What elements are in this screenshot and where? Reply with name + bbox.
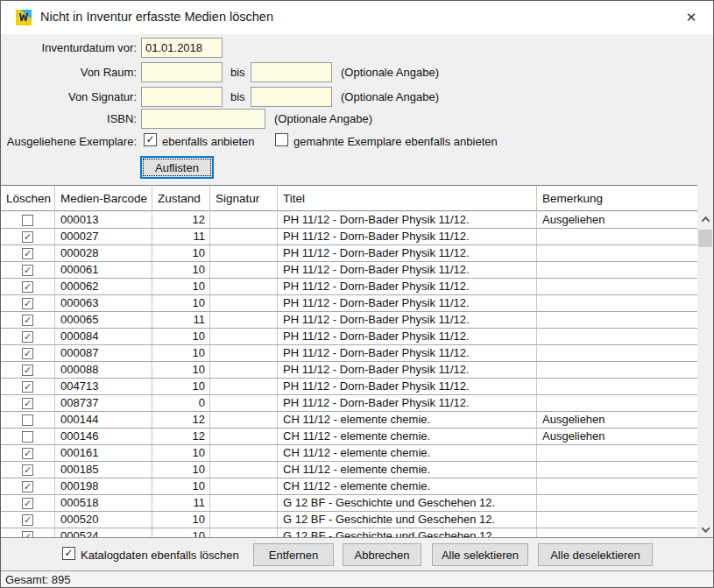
offer-reminded-checkbox[interactable]: [275, 133, 288, 146]
cell-signatur: [210, 429, 278, 444]
row-delete-checkbox[interactable]: ✓: [22, 281, 33, 293]
cell-delete: ✓: [1, 312, 55, 328]
deselect-all-button[interactable]: Alle deselektieren: [538, 543, 653, 566]
cell-zustand: 10: [152, 345, 210, 361]
cell-barcode: 000063: [55, 295, 152, 311]
close-icon[interactable]: ✕: [682, 8, 701, 27]
row-delete-checkbox[interactable]: ✓: [22, 481, 33, 492]
table-row[interactable]: 00014412CH 11/12 - elemente chemie.Ausge…: [1, 412, 697, 429]
table-row[interactable]: ✓00008810PH 11/12 - Dorn-Bader Physik 11…: [1, 362, 697, 379]
table-row[interactable]: ✓00006210PH 11/12 - Dorn-Bader Physik 11…: [1, 279, 697, 295]
select-all-button[interactable]: Alle selektieren: [432, 543, 528, 566]
cell-zustand: 10: [152, 262, 210, 278]
row-delete-checkbox[interactable]: ✓: [22, 448, 33, 459]
table-row[interactable]: 00001312PH 11/12 - Dorn-Bader Physik 11/…: [1, 212, 697, 229]
signature-bis-label: bis: [230, 90, 245, 103]
signature-from-input[interactable]: [141, 87, 223, 107]
table-row[interactable]: ✓00052010G 12 BF - Geschichte und Gesche…: [1, 512, 697, 528]
cell-barcode: 000198: [55, 478, 152, 494]
table-row[interactable]: ✓00018510CH 11/12 - elemente chemie.: [1, 462, 697, 478]
cell-titel: PH 11/12 - Dorn-Bader Physik 11/12.: [278, 262, 537, 278]
scroll-down-icon[interactable]: [697, 522, 713, 537]
delete-catalog-checkbox[interactable]: ✓: [62, 547, 75, 560]
table-row[interactable]: ✓0087370PH 11/12 - Dorn-Bader Physik 11/…: [1, 395, 697, 412]
cell-titel: CH 11/12 - elemente chemie.: [278, 445, 537, 461]
room-from-input[interactable]: [141, 62, 223, 82]
status-bar: Gesamt: 895: [1, 570, 713, 588]
room-to-input[interactable]: [251, 62, 332, 82]
cell-signatur: [210, 212, 278, 228]
table-header: Löschen Medien-Barcode Zustand Signatur …: [1, 185, 697, 211]
row-delete-checkbox[interactable]: ✓: [22, 498, 33, 509]
cell-titel: PH 11/12 - Dorn-Bader Physik 11/12.: [278, 229, 537, 244]
cell-bemerkung: [537, 262, 697, 278]
table-body: 00001312PH 11/12 - Dorn-Bader Physik 11/…: [1, 212, 697, 537]
col-header-signatur: Signatur: [210, 186, 278, 210]
cell-delete: ✓: [1, 445, 55, 461]
cell-bemerkung: [537, 345, 697, 361]
row-delete-checkbox[interactable]: ✓: [22, 348, 33, 359]
cell-bemerkung: [537, 379, 697, 394]
table-row[interactable]: ✓00019810CH 11/12 - elemente chemie.: [1, 478, 697, 495]
cell-signatur: [210, 345, 278, 361]
row-delete-checkbox[interactable]: ✓: [22, 231, 33, 243]
table-row[interactable]: 00014612CH 11/12 - elemente chemie.Ausge…: [1, 429, 697, 445]
cell-barcode: 000061: [55, 262, 152, 278]
table-row[interactable]: ✓00006511PH 11/12 - Dorn-Bader Physik 11…: [1, 312, 697, 329]
list-button[interactable]: Auflisten: [140, 156, 214, 179]
row-delete-checkbox[interactable]: ✓: [22, 365, 33, 376]
cell-bemerkung: [537, 512, 697, 528]
row-delete-checkbox[interactable]: ✓: [22, 398, 33, 409]
total-count: Gesamt: 895: [5, 573, 70, 586]
table-row[interactable]: ✓00471310PH 11/12 - Dorn-Bader Physik 11…: [1, 379, 697, 395]
room-optional-hint: (Optionale Angabe): [341, 66, 439, 79]
table-row[interactable]: ✓00008710PH 11/12 - Dorn-Bader Physik 11…: [1, 345, 697, 362]
cell-zustand: 10: [152, 245, 210, 261]
scroll-up-icon[interactable]: [697, 212, 713, 227]
table-row[interactable]: ✓00002711PH 11/12 - Dorn-Bader Physik 11…: [1, 229, 697, 245]
row-delete-checkbox[interactable]: ✓: [22, 514, 33, 526]
isbn-input[interactable]: [141, 109, 265, 129]
signature-to-input[interactable]: [251, 87, 332, 107]
row-delete-checkbox[interactable]: [22, 431, 33, 443]
table-row[interactable]: ✓00052410G 12 BF - Geschichte und Gesche…: [1, 528, 697, 537]
table-row[interactable]: ✓00006310PH 11/12 - Dorn-Bader Physik 11…: [1, 295, 697, 312]
cell-zustand: 12: [152, 212, 210, 228]
row-delete-checkbox[interactable]: [22, 215, 33, 226]
row-delete-checkbox[interactable]: ✓: [22, 315, 33, 326]
cancel-button[interactable]: Abbrechen: [343, 543, 421, 566]
row-delete-checkbox[interactable]: ✓: [22, 265, 33, 276]
scrollbar-thumb[interactable]: [698, 230, 712, 247]
table-row[interactable]: ✓00002810PH 11/12 - Dorn-Bader Physik 11…: [1, 245, 697, 262]
row-delete-checkbox[interactable]: ✓: [22, 298, 33, 309]
cell-bemerkung: [537, 478, 697, 494]
row-delete-checkbox[interactable]: [22, 414, 33, 426]
row-delete-checkbox[interactable]: ✓: [22, 381, 33, 393]
cell-bemerkung: [537, 329, 697, 344]
table-row[interactable]: ✓00051811G 12 BF - Geschichte und Gesche…: [1, 495, 697, 512]
cell-titel: PH 11/12 - Dorn-Bader Physik 11/12.: [278, 379, 537, 394]
cell-barcode: 000013: [55, 212, 152, 228]
cell-bemerkung: [537, 312, 697, 328]
cell-bemerkung: [537, 295, 697, 311]
cell-delete: [1, 212, 55, 228]
cell-signatur: [210, 528, 278, 537]
inventory-date-input[interactable]: [141, 38, 223, 58]
table-scrollbar[interactable]: [697, 212, 713, 537]
offer-loaned-checkbox[interactable]: ✓: [144, 133, 157, 146]
row-delete-checkbox[interactable]: ✓: [22, 248, 33, 259]
row-delete-checkbox[interactable]: ✓: [22, 331, 33, 343]
cell-signatur: [210, 245, 278, 261]
cell-titel: PH 11/12 - Dorn-Bader Physik 11/12.: [278, 395, 537, 411]
col-header-bemerkung: Bemerkung: [537, 186, 697, 210]
table-row[interactable]: ✓00016110CH 11/12 - elemente chemie.: [1, 445, 697, 462]
row-delete-checkbox[interactable]: ✓: [22, 531, 33, 538]
row-delete-checkbox[interactable]: ✓: [22, 464, 33, 476]
cell-barcode: 000065: [55, 312, 152, 328]
remove-button[interactable]: Entfernen: [253, 543, 334, 566]
cell-delete: [1, 429, 55, 444]
cell-zustand: 11: [152, 312, 210, 328]
cell-zustand: 10: [152, 462, 210, 478]
table-row[interactable]: ✓00006110PH 11/12 - Dorn-Bader Physik 11…: [1, 262, 697, 279]
table-row[interactable]: ✓00008410PH 11/12 - Dorn-Bader Physik 11…: [1, 329, 697, 345]
